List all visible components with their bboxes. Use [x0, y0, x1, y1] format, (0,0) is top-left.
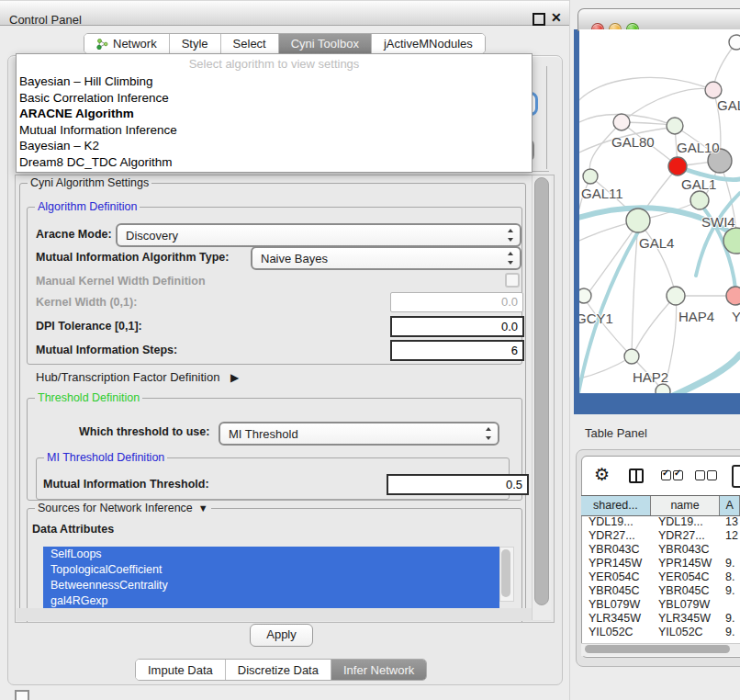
node[interactable] [729, 35, 740, 50]
chevron-down-icon[interactable]: ▼ [198, 502, 208, 514]
tab-network[interactable]: Network [84, 34, 170, 53]
gear-icon[interactable]: ⚙ [594, 464, 610, 485]
table-row[interactable]: YBR043CYBR043C [581, 543, 740, 557]
mi-steps-field[interactable]: 6 [390, 340, 524, 361]
node-gal80[interactable] [613, 114, 630, 130]
column-header-shared-[interactable]: shared... [581, 496, 651, 515]
unchecked-checkbox-icon[interactable] [707, 470, 717, 480]
scrollbar-thumb[interactable] [585, 645, 730, 653]
node-label: GAL [717, 97, 740, 113]
mi-threshold-label: Mutual Information Threshold: [43, 476, 209, 492]
algorithm-option[interactable]: Dream8 DC_TDC Algorithm [17, 154, 532, 171]
table-row[interactable]: YPR145WYPR145W9. [581, 557, 740, 570]
node-gal[interactable] [705, 82, 722, 98]
attribute-item[interactable]: BetweennessCentrality [43, 578, 499, 593]
attribute-item[interactable]: TopologicalCoefficient [43, 562, 499, 578]
node-gal4[interactable] [626, 209, 650, 232]
minimized-panel-icon[interactable] [15, 690, 29, 700]
edge [633, 297, 675, 356]
cell: YLR345W [581, 612, 651, 626]
node[interactable] [656, 384, 670, 393]
scrollbar-thumb[interactable] [534, 177, 549, 605]
stepper-icon [485, 427, 493, 440]
node-gcy1[interactable] [579, 288, 591, 303]
tab-infer-network[interactable]: Infer Network [331, 660, 426, 680]
node-hap2[interactable] [624, 349, 639, 364]
algorithm-option[interactable]: Bayesian – K2 [17, 138, 532, 154]
tab-cyni-toolbox[interactable]: Cyni Toolbox [279, 34, 372, 53]
tab-impute-data[interactable]: Impute Data [136, 660, 226, 680]
dropdown-placeholder: Select algorithm to view settings [17, 54, 532, 73]
column-header-a[interactable]: A [720, 496, 740, 515]
table-row[interactable]: YDR27...YDR27...12 [581, 529, 740, 543]
kernel-width-field[interactable]: 0.0 [390, 292, 523, 312]
table-row[interactable]: YLR345WYLR345W9. [581, 612, 740, 626]
edge [622, 88, 713, 122]
selected-value: MI Threshold [229, 423, 298, 444]
horizontal-scrollbar[interactable] [17, 608, 551, 621]
table-row[interactable]: YER054CYER054C8. [581, 570, 740, 584]
dpi-tolerance-field[interactable]: 0.0 [390, 316, 524, 337]
mi-threshold-field[interactable]: 0.5 [387, 474, 529, 495]
selected-value: Discovery [126, 225, 178, 245]
checked-checkbox-icon[interactable]: ✓ [673, 470, 683, 480]
tab-jactivemnodules[interactable]: jActiveMNodules [372, 34, 485, 53]
node-y[interactable] [726, 287, 740, 305]
table-row[interactable]: YDL19...YDL19...13 [581, 515, 740, 529]
columns-icon[interactable] [629, 469, 644, 483]
table-header: shared...nameA [581, 495, 740, 516]
cell: 12 [721, 529, 740, 543]
algorithm-option[interactable]: ARACNE Algorithm [17, 106, 532, 122]
tab-label: Cyni Toolbox [291, 37, 359, 51]
cell [721, 543, 740, 557]
kernel-width-label: Kernel Width (0,1): [36, 294, 137, 310]
settings-scroll-area: Cyni Algorithm Settings Algorithm Defini… [15, 175, 555, 623]
algorithm-option[interactable]: Basic Correlation Inference [17, 90, 532, 107]
cell: 8. [721, 570, 740, 584]
panel-title: Control Panel [9, 8, 285, 32]
table-row[interactable]: YIL052CYIL052C9. [581, 626, 740, 639]
close-icon[interactable]: ✕ [551, 10, 562, 25]
network-graph[interactable]: GALGAL80GAL10GAL1GAL11SWI4GAL4GCY1HAP4YH… [579, 29, 740, 393]
node-gal10[interactable] [667, 118, 683, 134]
table-tool-icon[interactable] [732, 465, 740, 488]
apply-button[interactable]: Apply [250, 624, 313, 647]
tab-discretize-data[interactable]: Discretize Data [226, 660, 331, 680]
screen: Control Panel ✕ NetworkStyleSelectCyni T… [0, 0, 740, 700]
table-row[interactable]: YBL079WYBL079W [581, 598, 740, 612]
tab-label: jActiveMNodules [384, 37, 473, 51]
unchecked-checkbox-icon[interactable] [695, 470, 705, 480]
attribute-item[interactable]: SelfLoops [43, 547, 499, 562]
node-label: GAL10 [677, 140, 720, 155]
attributes-scrollbar[interactable] [499, 547, 514, 602]
cell [721, 598, 740, 612]
node-gal1[interactable] [668, 157, 687, 175]
tab-style[interactable]: Style [170, 34, 221, 53]
cell: 9. [721, 584, 740, 598]
node-hap4[interactable] [667, 287, 685, 305]
cell: YLR345W [651, 612, 721, 626]
column-header-name[interactable]: name [651, 496, 721, 515]
mi-type-select[interactable]: Naive Bayes [251, 246, 521, 270]
manual-kernel-checkbox[interactable] [505, 273, 520, 288]
table-row[interactable]: YBR045CYBR045C9. [581, 584, 740, 598]
node-swi4[interactable] [690, 191, 709, 209]
which-threshold-select[interactable]: MI Threshold [219, 422, 499, 446]
scrollbar-thumb[interactable] [501, 549, 510, 597]
hub-definition-expander[interactable]: Hub/Transcription Factor Definition ▶ [36, 369, 239, 386]
aracne-mode-select[interactable]: Discovery [116, 223, 521, 247]
network-window-titlebar[interactable] [577, 8, 740, 31]
algorithm-option[interactable]: Bayesian – Hill Climbing [17, 73, 532, 90]
tab-select[interactable]: Select [221, 34, 279, 53]
node-label: SWI4 [701, 214, 735, 230]
edge [585, 299, 631, 356]
algorithm-option[interactable]: Mutual Information Inference [17, 122, 532, 139]
cell: YER054C [581, 570, 651, 584]
attribute-item[interactable]: gal4RGexp [43, 593, 499, 609]
checked-checkbox-icon[interactable]: ✓ [661, 470, 671, 480]
hub-definition-label: Hub/Transcription Factor Definition [36, 370, 219, 384]
manual-kernel-label: Manual Kernel Width Definition [36, 273, 206, 289]
float-window-icon[interactable] [533, 13, 545, 26]
cell: YDL19... [651, 515, 721, 529]
node-gal11[interactable] [583, 169, 598, 184]
